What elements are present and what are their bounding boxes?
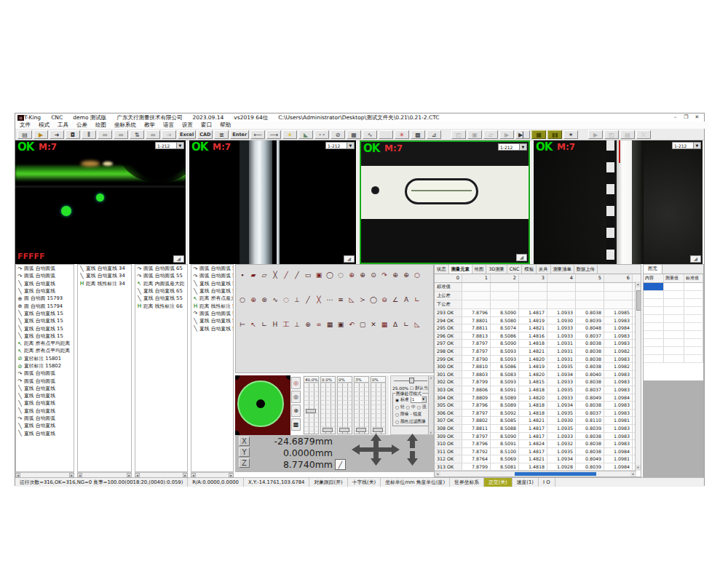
table-row[interactable]: 301 OK7.88038.50831.48201.09340.80401.09… <box>435 371 641 379</box>
chevron-down-icon[interactable]: ▼ <box>347 143 354 148</box>
menu-坐标系统[interactable]: 坐标系统 <box>114 121 136 129</box>
list-item[interactable]: ↷圆弧 自动圆弧 <box>16 370 74 377</box>
tab-elements[interactable]: 图元 <box>644 265 662 274</box>
table-row[interactable]: 306 OK7.87978.50921.48181.09350.80371.09… <box>435 410 641 418</box>
palette-tool-icon[interactable]: ⊥ <box>292 295 302 305</box>
table-row[interactable]: 313 OK7.87998.50811.48181.09280.80391.09… <box>435 463 641 471</box>
palette-tool-icon[interactable]: ∟ <box>401 319 411 330</box>
toolbar-button-star[interactable]: ✳ <box>395 130 409 139</box>
list-item[interactable]: H距离 线性标注 55 <box>191 302 233 309</box>
list-item[interactable]: ╲直线 自动直线 15 <box>16 317 74 324</box>
list-item[interactable]: ↖距离 内圆弧最大距 <box>135 280 187 287</box>
measure-list-2[interactable]: ╲直线 自动直线 34╲直线 自动直线 34H距离 线性标注 34 <box>77 264 132 472</box>
camera-view-1[interactable]: OK M:7 FFFFF 1-212 ▼ ◢ <box>15 140 186 264</box>
camera4-resize-grip[interactable]: ◢ <box>690 255 701 263</box>
toolbar-button-cad[interactable]: CAD <box>197 130 213 139</box>
list-item[interactable]: ╲直线 自动直线 34 <box>78 265 131 272</box>
table-row[interactable]: 293 OK7.87968.50901.48171.09330.80381.09… <box>435 309 641 317</box>
palette-tool-icon[interactable]: ⊕ <box>390 270 400 280</box>
toolbar-button-gray-b[interactable]: ▬ <box>114 130 128 139</box>
toolbar-button-light[interactable]: ☀ <box>282 130 297 139</box>
palette-tool-icon[interactable]: ▣ <box>336 319 346 330</box>
elements-row[interactable] <box>644 291 703 299</box>
list-item[interactable]: ↷圆弧 自动圆弧 <box>16 265 74 272</box>
toolbar-button-play[interactable]: ▶ <box>499 130 514 139</box>
slider-track[interactable] <box>371 383 386 434</box>
menu-公差[interactable]: 公差 <box>76 121 87 129</box>
palette-tool-icon[interactable]: ╳ <box>314 295 324 305</box>
palette-tool-icon[interactable]: ∞ <box>314 319 324 330</box>
toolbar-button-updown[interactable]: ⇅ <box>130 130 144 139</box>
palette-tool-icon[interactable]: ╱ <box>292 270 302 280</box>
palette-tool-icon[interactable]: ✕ <box>368 319 379 330</box>
palette-tool-icon[interactable]: ╳ <box>270 270 280 280</box>
palette-tool-icon[interactable]: ◌ <box>336 270 346 280</box>
slider-thumb[interactable] <box>323 428 333 432</box>
toolbar-button-pause[interactable]: ▮▮ <box>547 130 562 139</box>
list-item[interactable]: ↷圆弧 自动圆弧 55 <box>191 310 233 317</box>
toolbar-button-print[interactable]: ▤ <box>620 130 635 139</box>
palette-tool-icon[interactable]: ↶ <box>347 319 357 330</box>
camera2-selector[interactable]: 1-212 ▼ <box>325 142 355 149</box>
list-item[interactable]: ╲直线 自动直线 <box>16 392 74 399</box>
light-slider-3[interactable]: 0% <box>337 376 352 434</box>
list-item[interactable]: ╲直线 自动直线 <box>16 399 74 407</box>
toolbar-button-stop[interactable]: ■ <box>531 130 546 139</box>
table-row[interactable]: 300 OK7.88108.50861.48191.09350.80381.09… <box>435 363 641 371</box>
ring-tool-3[interactable]: ⊕ <box>291 404 301 417</box>
table-row[interactable]: 305 OK7.87968.50891.48181.09340.80381.09… <box>435 402 641 410</box>
list-item[interactable]: ╲直线 自动直线 15 <box>16 324 74 332</box>
light-slider-2[interactable]: 0.0% <box>320 376 336 434</box>
palette-tool-icon[interactable]: ▰ <box>248 270 258 280</box>
elements-row[interactable] <box>644 323 703 331</box>
ring-tool-1[interactable]: ◎ <box>291 377 301 389</box>
list-item[interactable]: ↷圆弧 自动圆弧 <box>16 415 74 422</box>
table-row[interactable]: 308 OK7.88118.50881.48171.09350.80391.09… <box>435 425 641 433</box>
table-row[interactable]: 296 OK7.88138.50861.48161.09330.80371.09… <box>435 332 641 340</box>
table-row[interactable]: 298 OK7.87978.50931.48211.09310.80381.09… <box>435 348 641 356</box>
menu-帮助[interactable]: 帮助 <box>220 121 231 129</box>
table-tab-CNC[interactable]: CNC <box>507 265 523 274</box>
toolbar-button-chart[interactable]: ⊿ <box>427 130 441 139</box>
palette-tool-icon[interactable]: ◯ <box>325 270 335 280</box>
table-tab-测量清单[interactable]: 测量清单 <box>551 265 574 274</box>
menu-模式[interactable]: 模式 <box>39 121 50 129</box>
list-item[interactable]: ╲直线 自动直线 <box>16 287 74 295</box>
slider-thumb[interactable] <box>339 428 349 432</box>
palette-tool-icon[interactable]: ◺ <box>347 295 357 305</box>
table-hscrollbar[interactable]: ◂▸ <box>435 471 636 477</box>
camera1-selector[interactable]: 1-212 ▼ <box>155 142 184 149</box>
table-row[interactable]: 294 OK7.88018.50801.48191.09300.80391.09… <box>435 317 641 325</box>
chevron-down-icon[interactable]: ▼ <box>519 144 526 150</box>
elements-row[interactable] <box>644 347 703 355</box>
toolbar-button-magnifier[interactable]: ⊘ <box>331 130 345 139</box>
table-tab-数据上传[interactable]: 数据上传 <box>574 265 598 274</box>
table-row[interactable]: 302 OK7.87998.50931.48151.09330.80381.09… <box>435 378 641 386</box>
list-item[interactable]: ↷圆弧 自动圆弧 55 <box>191 272 233 279</box>
elements-row[interactable] <box>644 339 703 347</box>
y-jog-arrows-icon[interactable] <box>371 434 381 466</box>
table-tab-绘图[interactable]: 绘图 <box>472 265 487 274</box>
elements-row[interactable] <box>644 331 703 339</box>
ring-tool-4[interactable]: ▩ <box>291 418 301 431</box>
elements-row[interactable] <box>644 299 703 307</box>
table-row[interactable]: 299 OK7.87908.50931.48201.09310.80381.09… <box>435 356 641 364</box>
palette-tool-icon[interactable]: ╱ <box>303 295 313 305</box>
radio-color[interactable]: ○ <box>395 420 399 424</box>
toolbar-button-checker[interactable]: ▦ <box>347 130 361 139</box>
list-item[interactable]: ⊕圆 自动圆 15794 <box>16 302 74 309</box>
table-tab-夹具[interactable]: 夹具 <box>537 265 551 274</box>
palette-tool-icon[interactable]: ⊕ <box>248 295 258 305</box>
list-item[interactable]: ⊕圆 自动圆 15793 <box>16 295 74 302</box>
table-row[interactable]: 307 OK7.88028.50851.48211.09300.81101.09… <box>435 417 641 425</box>
palette-tool-icon[interactable]: ▱ <box>259 270 269 280</box>
list4-hscrollbar[interactable]: ◂▸ <box>191 472 234 477</box>
zoom-slider[interactable] <box>394 378 427 384</box>
camera3-selector[interactable]: 1-212 ▼ <box>498 143 527 151</box>
camera1-resize-grip[interactable]: ◢ <box>173 255 184 263</box>
palette-tool-icon[interactable]: ⊖ <box>379 295 389 305</box>
palette-tool-icon[interactable]: ⊛ <box>259 295 269 305</box>
table-row[interactable]: 311 OK7.87928.51001.48171.09350.80381.09… <box>435 448 641 456</box>
list-item[interactable]: ╲直线 自动直线 <box>16 385 74 392</box>
measure-list-3[interactable]: ↷圆弧 自动圆弧 65↷圆弧 自动圆弧 55↖距离 内圆弧最大距╲直线 自动直线… <box>135 264 188 472</box>
